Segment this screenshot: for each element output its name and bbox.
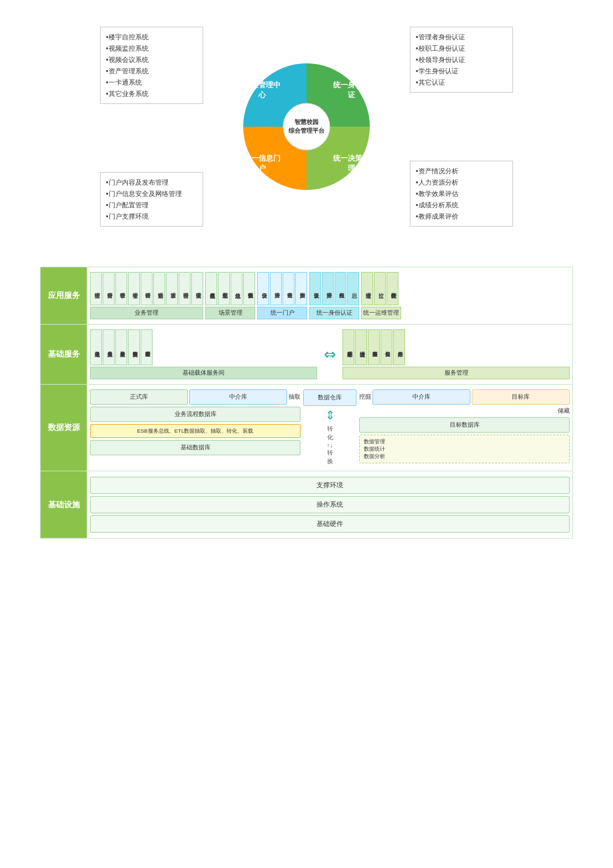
architecture-table: 应用服务 招生管理 财务管理 教学管理 学生管理 科研管理 后勤管理 人事管理 …: [40, 267, 573, 539]
app-group-label-scene: 场景管理: [205, 307, 255, 319]
corner-box-tr: •管理者身份认证 •校职工身份认证 •校领导身份认证 •学生身份认证 •其它认证: [410, 27, 513, 93]
infra-item-hardware: 基础硬件: [90, 515, 570, 533]
app-cell: 用户管理: [270, 272, 282, 305]
app-cell: 信息发布系统: [205, 272, 217, 305]
corner-tr-item: •学生身份认证: [416, 65, 507, 77]
corner-br-item: •成绩分析系统: [416, 199, 507, 211]
quad-label-tr: 统一身份认证: [331, 80, 371, 100]
app-cell: 运维管理: [361, 272, 373, 305]
fetch-label: 抽取: [289, 393, 301, 401]
analysis-box: 数据管理数据统计数据分析: [359, 435, 570, 463]
app-cell: 合同管理: [179, 272, 191, 305]
app-cell: 工作流管理: [191, 272, 203, 305]
arch-row-infra: 基础设施 支撑环境 操作系统 基础硬件: [41, 471, 572, 538]
corner-br-item: •教学效果评估: [416, 188, 507, 199]
app-cell: 用户数据: [295, 272, 307, 305]
corner-box-tl: •楼宇自控系统 •视频监控系统 •视频会议系统 •资产管理系统 •一卡通系统 •…: [100, 27, 203, 104]
arch-content-infra: 支撑环境 操作系统 基础硬件: [87, 471, 572, 538]
app-cell: 财务管理: [103, 272, 115, 305]
arch-label-data: 数据资源: [41, 385, 87, 471]
db-box-formal: 正式库: [90, 389, 188, 405]
corner-box-bl: •门户内容及发布管理 •门户信息安全及网络管理 •门户配置管理 •门户支撑环境: [100, 172, 203, 227]
app-cell: 招生管理: [90, 272, 102, 305]
arch-row-app: 应用服务 招生管理 财务管理 教学管理 学生管理 科研管理 后勤管理 人事管理 …: [41, 267, 572, 325]
basic-group-label-left: 基础载体服务间: [90, 367, 317, 379]
corner-tl-item: •资产管理系统: [106, 65, 197, 77]
app-cell: 认证服务: [309, 272, 321, 305]
data-warehouse: 数据仓库: [303, 389, 356, 406]
basic-cell: 规则事务处理: [342, 329, 354, 365]
corner-br-item: •教师成果评价: [416, 211, 507, 222]
basic-cell: 短信服务: [380, 329, 392, 365]
mine-label: 挖掘: [359, 393, 371, 401]
basic-cell: 数据交换服务: [128, 329, 140, 365]
app-cell: 角色授权: [334, 272, 346, 305]
arch-label-app: 应用服务: [41, 267, 87, 324]
db-source-label: ESB服务总线、ETL数据抽取、抽取、转化、装载: [90, 424, 301, 438]
corner-tr-item: •校职工身份认证: [416, 43, 507, 54]
arch-content-data: 正式库 中介库 抽取 业务流程数据库 ESB服务总线、ETL数据抽取、抽取、转化…: [87, 385, 572, 471]
app-group-label-auth: 统一身份认证: [309, 307, 359, 319]
data-arrows: ⇕: [325, 408, 335, 423]
arch-label-infra: 基础设施: [41, 471, 87, 538]
db-box-intermediate: 中介库: [189, 389, 287, 405]
top-diagram: •楼宇自控系统 •视频监控系统 •视频会议系统 •资产管理系统 •一卡通系统 •…: [40, 20, 573, 233]
arch-row-basic: 基础服务 通讯录服务 人员信息服务 单点登录服务 数据交换服务 权限管理服务 基…: [41, 325, 572, 385]
basic-cell: 权限管理服务: [141, 329, 153, 365]
quad-label-bl: 统一信息门户: [242, 153, 282, 173]
quad-label-tl: 运维管理中心: [242, 80, 282, 100]
infra-item-os: 操作系统: [90, 496, 570, 513]
app-cell: 用户管理: [322, 272, 334, 305]
arch-label-basic: 基础服务: [41, 325, 87, 384]
infra-items: 支撑环境 操作系统 基础硬件: [90, 474, 570, 535]
basic-cell: 服务有限服务: [368, 329, 380, 365]
corner-tl-item: •一卡通系统: [106, 77, 197, 88]
arch-content-app: 招生管理 财务管理 教学管理 学生管理 科研管理 后勤管理 人事管理 合同管理 …: [87, 267, 572, 324]
app-group-label-ops: 统一运维管理: [361, 307, 401, 319]
corner-tl-item: •视频会议系统: [106, 54, 197, 65]
db-base: 基础数据库: [90, 440, 301, 455]
app-cell: 后勤管理: [153, 272, 165, 305]
arch-content-basic: 通讯录服务 人员信息服务 单点登录服务 数据交换服务 权限管理服务 基础载体服务…: [87, 325, 572, 384]
infra-item-support: 支撑环境: [90, 477, 570, 494]
corner-box-br: •资产情况分析 •人力资源分析 •教学效果评估 •成绩分析系统 •教师成果评价: [410, 161, 513, 227]
quad-label-br: 统一决策管理: [331, 153, 371, 173]
app-cell: 角色管理: [283, 272, 295, 305]
app-cell: 科研管理: [141, 272, 153, 305]
corner-bl-item: •门户支撑环境: [106, 211, 197, 222]
db-box-intermediate2: 中介库: [372, 389, 470, 405]
data-transfer-labels: 转化↑↓转换: [327, 425, 333, 466]
app-group-label-portal: 统一门户: [257, 307, 307, 319]
app-cell: 信息总线: [231, 272, 243, 305]
app-group-label-biz: 业务管理: [90, 307, 203, 319]
corner-bl-item: •门户配置管理: [106, 199, 197, 211]
app-cell: 教学管理: [115, 272, 127, 305]
basic-cell: 报表注册统计: [355, 329, 367, 365]
app-cell: 角色知识管理: [243, 272, 255, 305]
app-cell: 日志: [347, 272, 359, 305]
basic-group-label-right: 服务管理: [342, 367, 570, 379]
corner-tl-item: •其它业务系统: [106, 88, 197, 99]
target-db-label: 目标数据库: [359, 417, 570, 433]
basic-cell: 通讯录服务: [90, 329, 102, 365]
corner-tl-item: •楼宇自控系统: [106, 31, 197, 43]
app-cell: 人事管理: [166, 272, 178, 305]
corner-tr-item: •管理者身份认证: [416, 31, 507, 43]
corner-bl-item: •门户信息安全及网络管理: [106, 188, 197, 199]
db-process: 业务流程数据库: [90, 407, 301, 422]
db-box-target: 目标库: [472, 389, 570, 405]
corner-tr-item: •其它认证: [416, 77, 507, 88]
basic-cell: 邮件服务: [393, 329, 405, 365]
app-cell: 学生管理: [128, 272, 140, 305]
app-cell: 监控: [374, 272, 386, 305]
basic-cell: 人员信息服务: [103, 329, 115, 365]
corner-br-item: •资产情况分析: [416, 165, 507, 177]
corner-tr-item: •校领导身份认证: [416, 54, 507, 65]
basic-cell: 单点登录服务: [115, 329, 127, 365]
center-label: 智慧校园综合管理平台: [289, 118, 324, 135]
corner-tl-item: •视频监控系统: [106, 43, 197, 54]
store-label: 储藏: [359, 407, 570, 415]
double-arrow: ⇔: [320, 329, 340, 379]
app-cell: 数据分析统计: [386, 272, 398, 305]
app-cell: 身份认证: [257, 272, 269, 305]
